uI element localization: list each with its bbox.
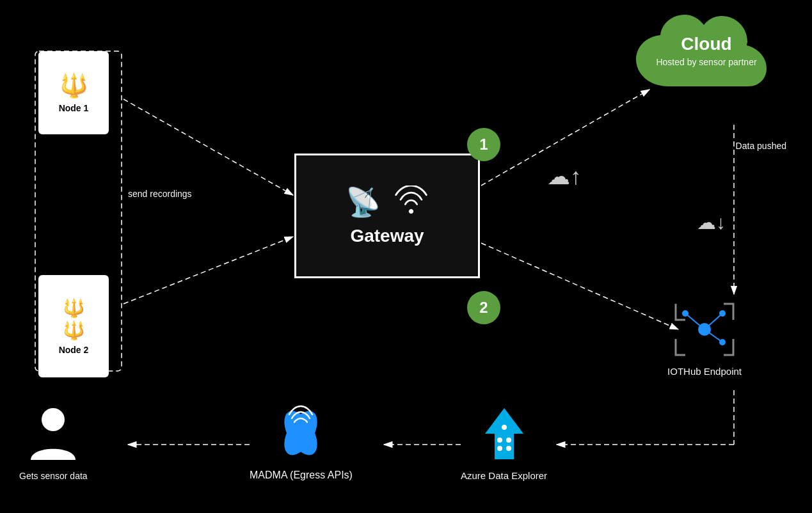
azure-label: Azure Data Explorer [461,470,547,481]
step1-circle: 1 [467,128,500,161]
svg-point-21 [497,438,502,443]
madma-container: MADMA (Egress APIs) [250,404,353,481]
wifi-icon [394,185,429,221]
svg-marker-20 [485,408,523,459]
node1-box: 🔱 Node 1 [38,51,109,134]
download-icon: ☁↓ [697,211,726,233]
cloud-title: Cloud [630,34,783,54]
svg-point-25 [502,425,507,430]
node2-icon-bottom: 🔱 [63,320,85,341]
svg-line-16 [705,329,722,342]
iothub-label: IOTHub Endpoint [667,366,742,377]
svg-line-14 [705,313,722,329]
router-icon: 📡 [346,185,381,221]
svg-line-1 [123,99,293,195]
gateway-box: 📡 Gateway [294,154,480,278]
gateway-icons: 📡 [346,185,429,221]
svg-line-2 [123,237,293,304]
svg-point-13 [682,310,689,317]
node2-box: 🔱 🔱 Node 2 [38,275,109,377]
cloud-subtitle: Hosted by sensor partner [630,57,783,67]
node2-icon-top: 🔱 [63,297,85,319]
diagram: Cloud Hosted by sensor partner 🔱 Node 1 … [0,0,812,513]
azure-container: Azure Data Explorer [461,405,547,481]
gateway-label: Gateway [350,226,424,246]
cloud-shape: Cloud Hosted by sensor partner [630,10,783,106]
node1-label: Node 1 [59,103,89,113]
svg-point-23 [497,446,502,451]
svg-point-17 [719,339,726,345]
node1-icon: 🔱 [60,72,88,99]
iothub-container: IOTHub Endpoint [667,301,742,377]
svg-point-15 [719,310,726,317]
cloud-text: Cloud Hosted by sensor partner [630,34,783,67]
cloud-container: Cloud Hosted by sensor partner [620,10,793,108]
node2-label: Node 2 [59,345,89,355]
step2-circle: 2 [467,291,500,324]
user-label: Gets sensor data [19,471,88,481]
svg-line-4 [481,243,678,329]
svg-point-19 [278,406,324,461]
user-container: Gets sensor data [19,406,88,481]
upload-icon: ☁↑ [547,163,582,190]
svg-point-26 [42,408,65,431]
send-recordings-label: send recordings [128,189,192,199]
data-pushed-label: Data pushed [736,141,786,151]
svg-line-12 [685,313,705,329]
madma-label: MADMA (Egress APIs) [250,470,353,481]
svg-point-22 [506,438,511,443]
svg-point-24 [506,446,511,451]
